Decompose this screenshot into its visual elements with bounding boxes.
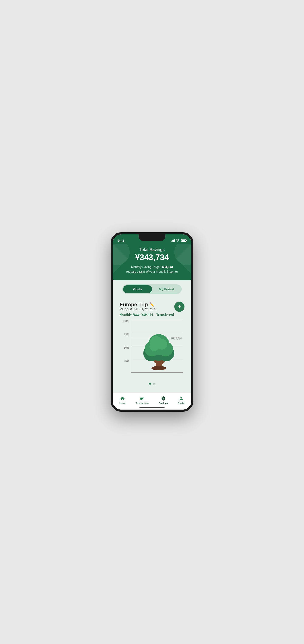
- bottom-nav: Home Transactions Savings Profile: [113, 392, 191, 410]
- header-amount: ¥343,734: [118, 253, 186, 262]
- tab-my-forest[interactable]: My Forest: [152, 285, 181, 293]
- svg-point-1: [151, 366, 166, 370]
- nav-profile[interactable]: Profile: [175, 394, 188, 406]
- header-subtitle: Monthly Saving Target: ¥34,143 (equals 1…: [118, 264, 186, 274]
- nav-home[interactable]: Home: [116, 394, 129, 406]
- nav-home-label: Home: [119, 402, 126, 404]
- wifi-icon: [176, 239, 179, 242]
- nav-savings[interactable]: Savings: [156, 394, 171, 406]
- svg-rect-13: [140, 397, 144, 398]
- page-indicator: [119, 382, 185, 385]
- transferred-label: Transferred: [156, 313, 174, 316]
- chart-container: 100% 75% 50% 25% ¥227,500: [121, 320, 183, 379]
- goal-title-row: Europe Trip ✏️: [119, 302, 174, 308]
- nav-transactions-label: Transactions: [136, 402, 149, 404]
- y-label-50: 50%: [121, 346, 131, 349]
- monthly-rate: Monthly Rate: ¥19,444: [119, 313, 153, 316]
- svg-point-10: [149, 342, 159, 351]
- y-label-100: 100%: [121, 320, 131, 323]
- nav-transactions[interactable]: Transactions: [132, 394, 152, 406]
- goal-subtitle: ¥350,000 until July 26, 2024: [119, 308, 174, 311]
- header-section: Total Savings ¥343,734 Monthly Saving Ta…: [113, 244, 191, 280]
- home-icon: [120, 396, 125, 401]
- nav-profile-label: Profile: [178, 402, 185, 404]
- tree-illustration: [138, 321, 184, 372]
- content-area: Goals My Forest Europe Trip ✏️ ¥350,000 …: [113, 280, 191, 412]
- tab-goals[interactable]: Goals: [123, 285, 152, 293]
- phone-frame: 9:41 Total Savings ¥343,734 Monthly Savi…: [111, 232, 193, 412]
- goal-title: Europe Trip: [119, 302, 148, 308]
- y-label-25: 25%: [121, 360, 131, 362]
- monthly-target-amount: ¥34,143: [162, 265, 173, 269]
- status-icons: [171, 239, 186, 242]
- tab-switcher: Goals My Forest: [122, 284, 182, 294]
- monthly-target-label: Monthly Saving Target:: [131, 265, 161, 269]
- savings-icon: [161, 396, 166, 401]
- y-label-75: 75%: [121, 333, 131, 336]
- profile-icon: [179, 396, 184, 401]
- goal-title-section: Europe Trip ✏️ ¥350,000 until July 26, 2…: [119, 302, 174, 319]
- add-goal-button[interactable]: +: [174, 302, 185, 312]
- dot-1: [149, 382, 151, 385]
- dot-2: [153, 382, 155, 385]
- signal-icon: [171, 239, 175, 242]
- nav-savings-label: Savings: [159, 402, 168, 404]
- home-indicator: [139, 408, 165, 408]
- income-note: (equals 13.8% of your monthly income): [126, 270, 178, 273]
- goal-header: Europe Trip ✏️ ¥350,000 until July 26, 2…: [119, 302, 185, 319]
- status-time: 9:41: [118, 239, 124, 242]
- notch: [139, 234, 165, 241]
- chart-area: ¥227,500: [131, 320, 183, 373]
- svg-rect-15: [140, 399, 142, 400]
- header-title: Total Savings: [118, 247, 186, 252]
- battery-icon: [181, 239, 186, 242]
- goal-rate-row: Monthly Rate: ¥19,444 Transferred: [119, 313, 174, 316]
- chart-y-labels: 100% 75% 50% 25%: [121, 320, 131, 373]
- transactions-icon: [140, 396, 145, 401]
- svg-rect-14: [140, 398, 143, 399]
- edit-icon[interactable]: ✏️: [149, 302, 154, 307]
- goal-card: Europe Trip ✏️ ¥350,000 until July 26, 2…: [116, 298, 188, 392]
